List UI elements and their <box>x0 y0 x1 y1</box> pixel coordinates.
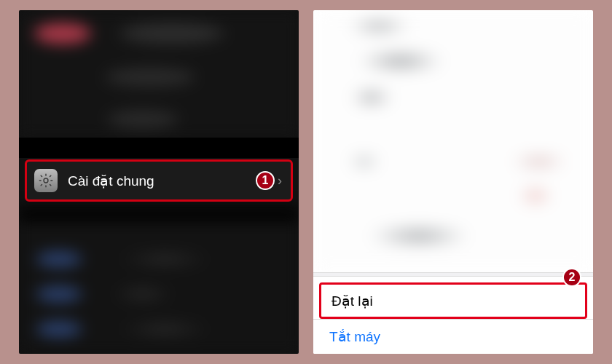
step-badge-1: 1 <box>256 171 275 190</box>
general-settings-label: Cài đặt chung <box>68 173 278 189</box>
chevron-right-icon: › <box>278 173 282 189</box>
shutdown-row[interactable]: Tắt máy <box>313 320 593 353</box>
step-badge-2: 2 <box>562 268 581 287</box>
settings-dark-panel: Cài đặt chung › 1 <box>19 10 299 354</box>
svg-point-0 <box>44 178 48 183</box>
general-light-panel: Đặt lại Tắt máy 2 <box>313 10 593 354</box>
instruction-panels: Cài đặt chung › 1 Đặt lại Tắt máy 2 <box>0 0 612 364</box>
blurred-general-upper <box>313 10 593 272</box>
blurred-settings-lower <box>19 208 299 354</box>
shutdown-label: Tắt máy <box>329 328 380 345</box>
bottom-actions: Đặt lại Tắt máy <box>313 277 593 354</box>
section-gap <box>19 138 299 158</box>
gear-icon <box>34 169 58 192</box>
reset-row[interactable]: Đặt lại <box>319 282 587 319</box>
reset-label: Đặt lại <box>332 293 373 309</box>
blurred-settings-upper <box>19 10 299 138</box>
general-settings-row[interactable]: Cài đặt chung › <box>25 159 293 202</box>
